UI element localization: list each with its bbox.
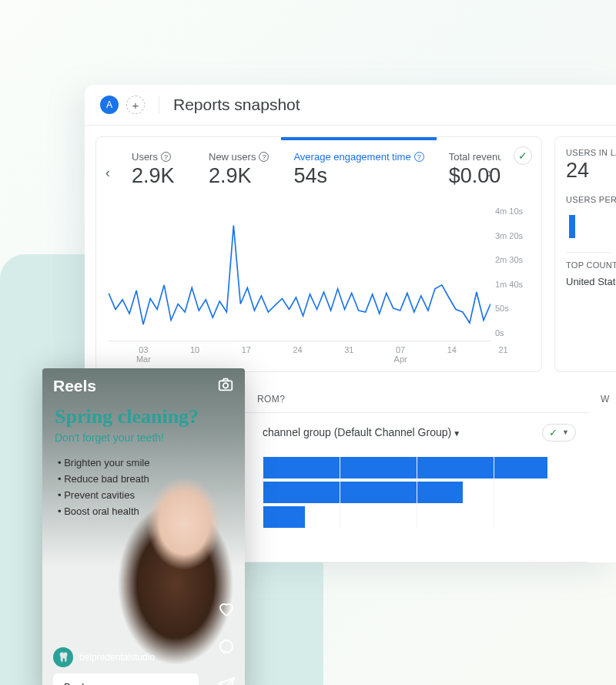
next-chevron[interactable]: › [487, 165, 492, 181]
x-tick: 24 [272, 345, 323, 364]
x-tick: 07Apr [375, 345, 427, 364]
section-title-right: W [601, 394, 616, 405]
realtime-label: USERS IN LAST 30 MINUTES [566, 148, 611, 157]
reels-header: Reels [42, 368, 245, 401]
metric-label: Average engagement time ? [293, 151, 424, 163]
metric-label: Total revenue [449, 151, 501, 163]
bar [263, 506, 305, 528]
per-minute-label: USERS PER MINUTE [566, 195, 611, 204]
country-row: United States [566, 276, 611, 287]
engagement-chart: 4m 10s 3m 20s 2m 30s 1m 40s 50s 0s [109, 207, 529, 342]
bar [263, 482, 463, 503]
metric-value: 54s [293, 164, 424, 188]
chevron-right-icon: › [185, 681, 188, 686]
metric-new-users[interactable]: New users ? 2.9K [196, 148, 281, 193]
x-tick: 31 [323, 345, 375, 364]
page-title: Reports snapshot [173, 96, 300, 114]
top-countries-label: TOP COUNTRIES [566, 260, 611, 270]
svg-rect-2 [219, 381, 233, 390]
y-axis-labels: 4m 10s 3m 20s 2m 30s 1m 40s 50s 0s [490, 207, 529, 337]
metrics-row: ‹ Users ? 2.9K New users ? 2.9K [109, 148, 529, 193]
prev-chevron[interactable]: ‹ [105, 165, 110, 181]
svg-point-4 [220, 640, 233, 653]
horizontal-bar-chart [263, 457, 571, 528]
realtime-card: USERS IN LAST 30 MINUTES 24 USERS PER MI… [554, 136, 616, 372]
svg-point-3 [223, 383, 228, 388]
realtime-value: 24 [566, 159, 611, 183]
comment-icon[interactable] [217, 638, 236, 660]
help-icon[interactable]: ? [259, 152, 269, 162]
metric-value: 2.9K [209, 164, 269, 188]
reels-phone-mock: Reels Spring cleaning? Don't forget your… [42, 368, 245, 685]
divider [159, 96, 159, 114]
book-now-button[interactable]: Book now › [53, 673, 199, 685]
channel-group-selector[interactable]: channel group (Default Channel Group)▼ [263, 426, 460, 438]
user-avatar-icon: 🦷 [53, 647, 73, 667]
reels-side-icons [217, 599, 236, 685]
x-tick: 03Mar [118, 345, 169, 364]
bar [263, 457, 547, 478]
account-avatar[interactable]: A [100, 96, 119, 114]
reels-headline: Spring cleaning? [55, 405, 233, 428]
help-icon[interactable]: ? [414, 152, 424, 162]
share-icon[interactable] [217, 677, 236, 685]
check-icon: ✓ [549, 427, 557, 438]
chevron-down-icon: ▼ [562, 428, 569, 436]
reels-title: Reels [53, 377, 96, 395]
metric-label: New users ? [209, 151, 269, 163]
metric-engagement[interactable]: Average engagement time ? 54s [281, 148, 436, 193]
line-chart-svg [109, 207, 490, 342]
help-icon[interactable]: ? [161, 152, 171, 162]
svg-rect-1 [569, 215, 575, 238]
x-tick: 14 [427, 345, 478, 364]
camera-icon[interactable] [217, 376, 234, 396]
analytics-header: A + Reports snapshot [85, 85, 616, 126]
x-tick: 17 [221, 345, 273, 364]
metric-value: 2.9K [132, 164, 184, 188]
reels-user-row[interactable]: 🦷 belpredentalstudio [53, 647, 155, 667]
metric-revenue[interactable]: Total revenue $0.00 [437, 148, 514, 193]
status-dropdown[interactable]: ✓ ▼ [542, 424, 576, 442]
chevron-down-icon: ▼ [453, 429, 460, 438]
metric-value: $0.00 [449, 164, 501, 188]
mini-bar-chart [566, 213, 611, 241]
overview-card: ✓ ‹ Users ? 2.9K New users ? 2.9K [95, 136, 542, 372]
x-tick: 10 [169, 345, 221, 364]
metric-users[interactable]: Users ? 2.9K [119, 148, 196, 193]
cards-row: ✓ ‹ Users ? 2.9K New users ? 2.9K [85, 126, 616, 372]
x-axis-labels: 03Mar1017243107Apr1421 [109, 342, 529, 364]
heart-icon[interactable] [217, 599, 236, 621]
add-button[interactable]: + [126, 96, 145, 114]
divider [566, 252, 611, 253]
metric-label: Users ? [132, 151, 184, 163]
x-tick: 21 [477, 345, 529, 364]
username: belpredentalstudio [79, 652, 155, 663]
reels-subhead: Don't forget your teeth! [55, 431, 233, 444]
